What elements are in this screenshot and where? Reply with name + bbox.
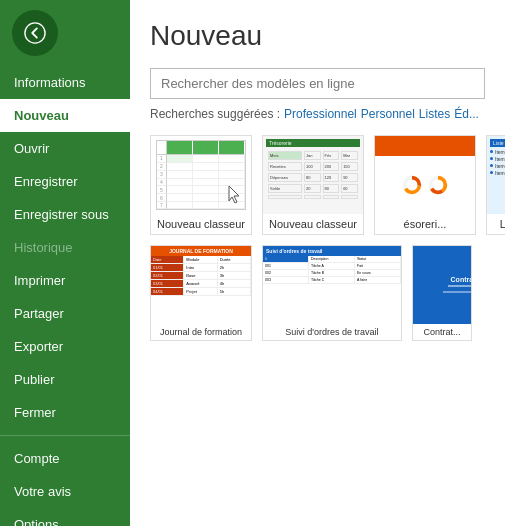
sidebar-item-informations[interactable]: Informations [0,66,130,99]
template-tresorerie[interactable]: Trésorerie MoisJanFévMar Recettes1002001… [262,135,364,235]
sidebar-bottom: Compte Votre avis Options [0,442,130,526]
suivi-preview: Suivi d'ordres de travail # Description … [263,246,401,324]
sidebar-item-enregistrer[interactable]: Enregistrer [0,165,130,198]
journal-preview: JOURNAL DE FORMATION Date Module Durée 0… [151,246,251,324]
template-suivi[interactable]: Suivi d'ordres de travail # Description … [262,245,402,341]
template-contrat[interactable]: Contrat Contrat... [412,245,472,341]
sidebar-item-fermer[interactable]: Fermer [0,396,130,429]
donut-chart-2 [427,174,449,196]
suggestions-label: Recherches suggérées : [150,107,280,121]
template-nouveau-classeur[interactable]: 1 2 3 4 5 6 7 Nouveau classeur [150,135,252,235]
sidebar-item-partager[interactable]: Partager [0,297,130,330]
sidebar-item-enregistrer-sous[interactable]: Enregistrer sous [0,198,130,231]
blank-workbook-grid: 1 2 3 4 5 6 7 [156,140,246,210]
orange-card-preview [375,136,475,214]
page-title: Nouveau [150,20,485,52]
sidebar-item-historique: Historique [0,231,130,264]
template-label-journal: Journal de formation [151,324,251,340]
template-label-nouveau-classeur: Nouveau classeur [151,214,251,234]
template-label-tresori: ésoreri... [375,214,475,234]
contrat-preview: Contrat [413,246,472,324]
suivi-content: Suivi d'ordres de travail # Description … [263,246,401,324]
templates-row-1: 1 2 3 4 5 6 7 Nouveau classeur Trésore [150,135,485,235]
sidebar-item-nouveau[interactable]: Nouveau [0,99,130,132]
orange-card-content [375,136,475,214]
blank-workbook-preview: 1 2 3 4 5 6 7 [151,136,251,214]
sidebar-item-exporter[interactable]: Exporter [0,330,130,363]
suggestion-ed[interactable]: Éd... [454,107,479,121]
template-label-tresorerie: Nouveau classeur [263,214,363,234]
template-label-liste: Liste... [487,214,505,234]
sidebar-item-ouvrir[interactable]: Ouvrir [0,132,130,165]
main-content: Nouveau Recherches suggérées : Professio… [130,0,505,526]
suivi-title-bar: Suivi d'ordres de travail [263,246,401,256]
search-suggestions: Recherches suggérées : Professionnel Per… [150,107,485,121]
template-label-suivi: Suivi d'ordres de travail [263,324,401,340]
orange-top-bar [375,136,475,156]
svg-point-0 [25,23,45,43]
liste-preview: Liste Item 1 Item 2 Item 3 Item 4 [487,136,505,214]
sidebar-item-options[interactable]: Options [0,508,130,526]
treasury-table: MoisJanFévMar Recettes100200150 Dépenses… [266,149,360,201]
treasury-content: Trésorerie MoisJanFévMar Recettes1002001… [263,136,363,214]
search-input[interactable] [150,68,485,99]
sidebar-item-votre-avis[interactable]: Votre avis [0,475,130,508]
contrat-content: Contrat [413,246,472,324]
template-label-contrat: Contrat... [413,324,471,340]
sidebar-item-imprimer[interactable]: Imprimer [0,264,130,297]
template-tresori[interactable]: ésoreri... [374,135,476,235]
suggestion-listes[interactable]: Listes [419,107,450,121]
suggestion-professionnel[interactable]: Professionnel [284,107,357,121]
sidebar-item-compte[interactable]: Compte [0,442,130,475]
liste-content: Liste Item 1 Item 2 Item 3 Item 4 [487,136,505,214]
templates-row-2: JOURNAL DE FORMATION Date Module Durée 0… [150,245,485,341]
contrat-title: Contrat [451,276,472,283]
journal-header: JOURNAL DE FORMATION [151,246,251,256]
sidebar-item-publier[interactable]: Publier [0,363,130,396]
back-button[interactable] [12,10,58,56]
template-liste[interactable]: Liste Item 1 Item 2 Item 3 Item 4 Liste.… [486,135,505,235]
liste-title-bar: Liste [490,139,505,147]
sidebar-nav: Informations Nouveau Ouvrir Enregistrer … [0,66,130,526]
journal-content: JOURNAL DE FORMATION Date Module Durée 0… [151,246,251,324]
sidebar-divider [0,435,130,436]
donut-chart-1 [401,174,423,196]
template-journal[interactable]: JOURNAL DE FORMATION Date Module Durée 0… [150,245,252,341]
suggestion-personnel[interactable]: Personnel [361,107,415,121]
sidebar: Informations Nouveau Ouvrir Enregistrer … [0,0,130,526]
treasury-preview: Trésorerie MoisJanFévMar Recettes1002001… [263,136,363,214]
orange-donut-area [375,156,475,214]
treasury-title-bar: Trésorerie [266,139,360,147]
